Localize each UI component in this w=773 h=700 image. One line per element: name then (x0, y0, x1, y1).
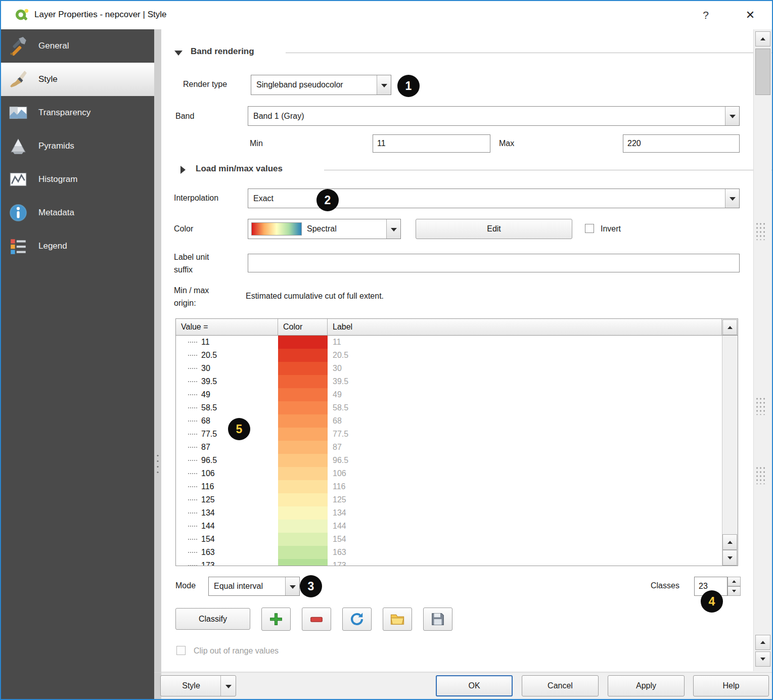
table-row[interactable]: 77.577.5 (176, 428, 723, 441)
chevron-down-icon[interactable] (285, 577, 299, 595)
row-color-swatch[interactable] (278, 401, 328, 414)
classify-button[interactable]: Classify (175, 608, 250, 630)
chevron-down-icon[interactable] (220, 676, 236, 696)
row-value[interactable]: 173 (176, 559, 278, 566)
row-color-swatch[interactable] (278, 506, 328, 520)
row-label[interactable]: 39.5 (328, 375, 723, 388)
row-color-swatch[interactable] (278, 467, 328, 480)
row-label[interactable]: 144 (328, 520, 723, 533)
ok-button[interactable]: OK (436, 675, 513, 696)
row-label[interactable]: 20.5 (328, 349, 723, 362)
row-label[interactable]: 49 (328, 388, 723, 401)
table-row[interactable]: 96.596.5 (176, 454, 723, 467)
band-select[interactable]: Band 1 (Gray) (248, 106, 740, 126)
row-label[interactable]: 154 (328, 533, 723, 546)
help-titlebar-button[interactable]: ? (697, 7, 715, 23)
scroll-down-icon[interactable] (755, 651, 770, 667)
row-value[interactable]: 134 (176, 506, 278, 520)
row-color-swatch[interactable] (278, 388, 328, 401)
row-color-swatch[interactable] (278, 480, 328, 493)
row-color-swatch[interactable] (278, 454, 328, 467)
table-row[interactable]: 58.558.5 (176, 401, 723, 414)
table-row[interactable]: 134134 (176, 506, 723, 520)
row-label[interactable]: 163 (328, 546, 723, 559)
row-color-swatch[interactable] (278, 414, 328, 428)
label-unit-suffix-input[interactable] (248, 254, 740, 272)
max-input[interactable] (623, 134, 740, 153)
table-row[interactable]: 154154 (176, 533, 723, 546)
table-row[interactable]: 1111 (176, 336, 723, 349)
row-value[interactable]: 163 (176, 546, 278, 559)
stepper-up-icon[interactable] (727, 577, 741, 586)
scroll-up2-icon[interactable] (755, 635, 770, 650)
remove-class-button[interactable] (302, 608, 331, 631)
row-label[interactable]: 96.5 (328, 454, 723, 467)
apply-button[interactable]: Apply (608, 675, 685, 696)
invert-checkbox[interactable] (585, 224, 594, 233)
row-color-swatch[interactable] (278, 349, 328, 362)
row-value[interactable]: 39.5 (176, 375, 278, 388)
row-value[interactable]: 116 (176, 480, 278, 493)
panel-splitter[interactable] (154, 29, 161, 700)
row-value[interactable]: 77.5 (176, 428, 278, 441)
table-row[interactable]: 144144 (176, 520, 723, 533)
row-value[interactable]: 20.5 (176, 349, 278, 362)
row-color-swatch[interactable] (278, 546, 328, 559)
row-value[interactable]: 154 (176, 533, 278, 546)
chevron-down-icon[interactable] (725, 189, 739, 208)
min-input[interactable] (373, 134, 490, 153)
row-color-swatch[interactable] (278, 336, 328, 349)
clip-out-of-range-checkbox[interactable] (176, 646, 186, 655)
color-ramp-select[interactable]: Spectral (248, 219, 401, 239)
row-value[interactable]: 58.5 (176, 401, 278, 414)
row-label[interactable]: 30 (328, 362, 723, 375)
row-label[interactable]: 87 (328, 441, 723, 454)
table-row[interactable]: 8787 (176, 441, 723, 454)
table-row[interactable]: 4949 (176, 388, 723, 401)
render-type-select[interactable]: Singleband pseudocolor (251, 75, 391, 95)
table-row[interactable]: 3030 (176, 362, 723, 375)
row-value[interactable]: 125 (176, 493, 278, 506)
row-value[interactable]: 11 (176, 336, 278, 349)
row-value[interactable]: 68 (176, 414, 278, 428)
sidebar-item-transparency[interactable]: Transparency (1, 96, 154, 129)
sidebar-item-metadata[interactable]: Metadata (1, 196, 154, 229)
row-value[interactable]: 106 (176, 467, 278, 480)
refresh-button[interactable] (342, 608, 372, 631)
table-row[interactable]: 6868 (176, 414, 723, 428)
table-row[interactable]: 163163 (176, 546, 723, 559)
row-color-swatch[interactable] (278, 428, 328, 441)
column-header-color[interactable]: Color (278, 319, 328, 336)
table-row[interactable]: 39.539.5 (176, 375, 723, 388)
scroll-thumb[interactable] (755, 49, 770, 95)
column-header-label[interactable]: Label (328, 319, 722, 336)
row-color-swatch[interactable] (278, 441, 328, 454)
table-row[interactable]: 116116 (176, 480, 723, 493)
sidebar-item-style[interactable]: Style (1, 63, 154, 96)
chevron-down-icon[interactable] (725, 107, 739, 125)
table-row[interactable]: 173173 (176, 559, 723, 566)
row-label[interactable]: 173 (328, 559, 723, 566)
close-icon[interactable]: ✕ (740, 6, 760, 24)
sidebar-item-histogram[interactable]: Histogram (1, 163, 154, 196)
table-scroll-up2-icon[interactable] (722, 534, 737, 550)
row-label[interactable]: 106 (328, 467, 723, 480)
chevron-down-icon[interactable] (386, 219, 400, 239)
row-color-swatch[interactable] (278, 362, 328, 375)
table-row[interactable]: 125125 (176, 493, 723, 506)
collapse-band-rendering-icon[interactable] (174, 51, 183, 56)
dialog-scrollbar[interactable] (753, 29, 771, 671)
row-label[interactable]: 116 (328, 480, 723, 493)
cancel-button[interactable]: Cancel (522, 675, 599, 696)
table-scroll-up-icon[interactable] (722, 319, 737, 335)
row-label[interactable]: 134 (328, 506, 723, 520)
row-value[interactable]: 49 (176, 388, 278, 401)
chevron-down-icon[interactable] (377, 75, 391, 95)
add-class-button[interactable] (261, 608, 291, 631)
load-colormap-button[interactable] (383, 608, 412, 631)
expand-load-minmax-icon[interactable] (180, 166, 186, 174)
row-color-swatch[interactable] (278, 520, 328, 533)
table-row[interactable]: 20.520.5 (176, 349, 723, 362)
table-scroll-down-icon[interactable] (722, 550, 737, 566)
row-value[interactable]: 87 (176, 441, 278, 454)
